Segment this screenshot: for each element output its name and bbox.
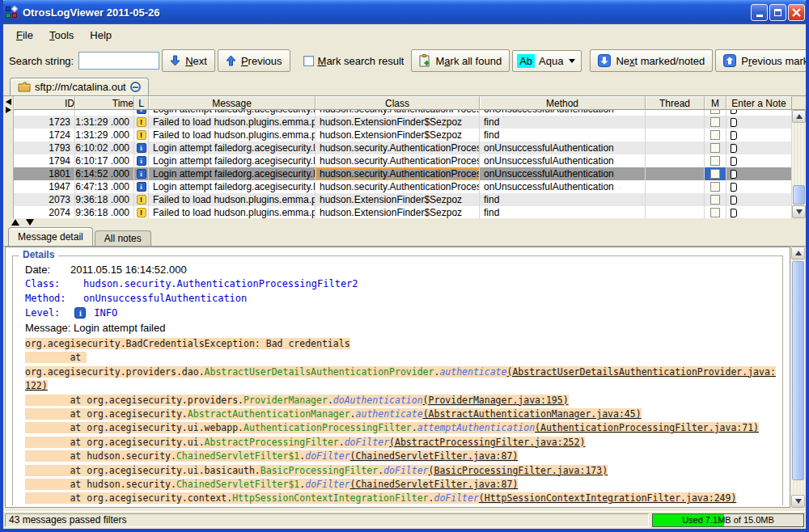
tab-all-notes[interactable]: All notes — [95, 230, 151, 246]
cell-marked[interactable] — [705, 193, 726, 206]
note-icon[interactable] — [731, 170, 737, 179]
previous-marked-button[interactable]: Previous marked/noted — [715, 49, 809, 72]
cell-method[interactable]: onUnsuccessfulAuthentication — [480, 110, 646, 116]
mark-checkbox[interactable] — [710, 110, 720, 114]
column-header-time[interactable]: Time — [75, 96, 134, 110]
mark-search-result-checkbox[interactable]: Mark search result — [299, 55, 409, 67]
cell-thread[interactable] — [646, 167, 705, 180]
note-icon[interactable] — [731, 196, 737, 205]
source-link[interactable]: (ChainedServletFilter.java:87) — [350, 479, 519, 490]
cell-class[interactable]: hudson.security.AuthenticationProcess... — [316, 167, 480, 180]
cell-level[interactable] — [134, 206, 149, 218]
split-pane-divider[interactable] — [3, 218, 806, 226]
menu-tools[interactable]: Tools — [41, 26, 82, 44]
column-header-note[interactable]: Enter a Note — [726, 96, 792, 110]
cell-thread[interactable] — [646, 141, 705, 154]
cell-message[interactable]: Login attempt failedorg.acegisecurity.B.… — [149, 167, 316, 180]
cell-level[interactable] — [134, 129, 149, 141]
cell-note[interactable] — [726, 206, 792, 218]
note-icon[interactable] — [731, 118, 737, 127]
cell-method[interactable]: find — [480, 206, 646, 218]
mark-checkbox[interactable] — [710, 169, 720, 179]
cell-method[interactable]: find — [480, 129, 646, 141]
cell-id[interactable]: 2073 — [14, 193, 75, 206]
table-vertical-scrollbar[interactable] — [792, 96, 806, 218]
cell-class[interactable]: hudson.security.AuthenticationProcess... — [316, 110, 480, 116]
mark-checkbox[interactable] — [710, 182, 720, 192]
cell-note[interactable] — [726, 154, 792, 167]
cell-level[interactable] — [134, 193, 149, 206]
mark-checkbox[interactable] — [710, 130, 720, 140]
cell-level[interactable] — [134, 116, 149, 129]
cell-id[interactable]: 1793 — [14, 141, 75, 154]
next-button[interactable]: Next — [162, 49, 215, 72]
note-icon[interactable] — [731, 157, 737, 166]
cell-id[interactable]: 1724 — [14, 129, 75, 141]
column-header-level[interactable]: L — [134, 96, 149, 110]
cell-marked[interactable] — [705, 129, 726, 141]
cell-id[interactable]: 2074 — [14, 206, 75, 218]
cell-class[interactable]: hudson.security.AuthenticationProcess... — [316, 180, 480, 193]
cell-time[interactable] — [75, 110, 134, 116]
collapse-panel-strip[interactable] — [3, 96, 14, 218]
table-row[interactable]: 172321:31:29 .000Failed to load hudson.p… — [14, 116, 792, 129]
cell-id[interactable] — [14, 110, 75, 116]
cell-time[interactable]: 19:36:18 .000 — [75, 193, 134, 206]
clipped-table-row[interactable]: Login attempt failedorg.acegisecurity.B.… — [14, 110, 792, 116]
scroll-up-button[interactable] — [792, 110, 806, 123]
maximize-button[interactable] — [769, 4, 786, 21]
cell-note[interactable] — [726, 129, 792, 141]
cell-id[interactable]: 1801 — [14, 167, 75, 180]
tab-message-detail[interactable]: Message detail — [8, 227, 93, 246]
divider-expand-up-icon[interactable] — [11, 219, 19, 226]
cell-note[interactable] — [726, 110, 792, 116]
cell-message[interactable]: Login attempt failedorg.acegisecurity.B.… — [149, 154, 316, 167]
title-bar[interactable]: OtrosLogViewer 2011-05-26 — [0, 0, 809, 24]
cell-class[interactable]: hudson.ExtensionFinder$Sezpoz — [316, 129, 480, 141]
cell-marked[interactable] — [705, 154, 726, 167]
cell-message[interactable]: Failed to load hudson.plugins.emma.po... — [149, 206, 316, 218]
cell-message[interactable]: Failed to load hudson.plugins.emma.po... — [149, 193, 316, 206]
column-header-class[interactable]: Class — [316, 96, 480, 110]
cell-id[interactable]: 1794 — [14, 154, 75, 167]
column-header-message[interactable]: Message — [149, 96, 316, 110]
table-row[interactable]: 207319:36:18 .000Failed to load hudson.p… — [14, 193, 792, 206]
cell-method[interactable]: onUnsuccessfulAuthentication — [480, 180, 646, 193]
mark-checkbox[interactable] — [710, 156, 720, 166]
source-link[interactable]: (AbstractAuthenticationManager.java:45) — [423, 408, 642, 420]
table-row[interactable]: 179416:10:17 .000Login attempt failedorg… — [14, 154, 792, 167]
source-link[interactable]: (HttpSessionContextIntegrationFilter.jav… — [479, 492, 737, 504]
cell-message[interactable]: Login attempt failedorg.acegisecurity.B.… — [149, 180, 316, 193]
mark-checkbox[interactable] — [710, 143, 720, 153]
note-icon[interactable] — [731, 110, 737, 114]
cell-method[interactable]: onUnsuccessfulAuthentication — [480, 141, 646, 154]
cell-time[interactable]: 19:36:18 .000 — [75, 206, 134, 218]
note-icon[interactable] — [731, 209, 737, 217]
detail-scrollbar-thumb[interactable] — [792, 261, 804, 480]
cell-message[interactable]: Login attempt failedorg.acegisecurity.B.… — [149, 110, 316, 116]
cell-note[interactable] — [726, 116, 792, 129]
cell-method[interactable]: onUnsuccessfulAuthentication — [480, 154, 646, 167]
cell-marked[interactable] — [705, 110, 726, 116]
detail-vertical-scrollbar[interactable] — [791, 247, 805, 508]
source-link[interactable]: (AuthenticationProcessingFilter.java:71) — [535, 422, 759, 433]
cell-time[interactable]: 16:10:17 .000 — [75, 154, 134, 167]
column-header-marked[interactable]: M — [705, 96, 726, 110]
source-link[interactable]: (HttpSessionContextIntegrationFilter2.ja… — [429, 507, 687, 508]
cell-note[interactable] — [726, 193, 792, 206]
table-row[interactable]: 194716:47:13 .000Login attempt failedorg… — [14, 180, 792, 193]
tab-catalina-out[interactable]: sftp://m/catalina.out — [10, 78, 149, 95]
cell-message[interactable]: Login attempt failedorg.acegisecurity.B.… — [149, 141, 316, 154]
note-icon[interactable] — [731, 183, 737, 192]
mark-checkbox[interactable] — [710, 208, 720, 217]
cell-thread[interactable] — [646, 154, 705, 167]
cell-note[interactable] — [726, 167, 792, 180]
cell-thread[interactable] — [646, 180, 705, 193]
cell-id[interactable]: 1947 — [14, 180, 75, 193]
detail-scroll-up-button[interactable] — [791, 247, 805, 260]
collapse-left-icon[interactable] — [6, 99, 11, 105]
scrollbar-track[interactable] — [792, 123, 806, 205]
cell-marked[interactable] — [705, 116, 726, 129]
cell-thread[interactable] — [646, 193, 705, 206]
menu-file[interactable]: File — [8, 26, 41, 44]
